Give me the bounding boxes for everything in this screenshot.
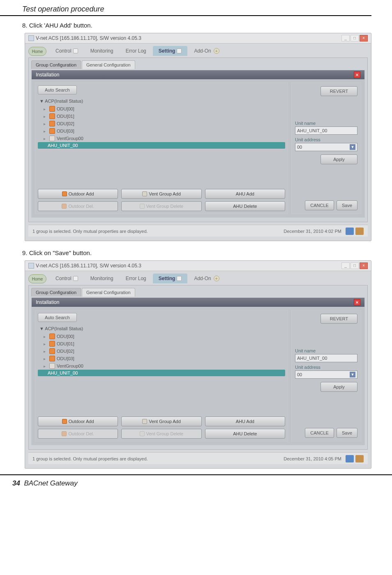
tree-item-odu01[interactable]: ▸ODU[01]: [38, 340, 285, 347]
tab-setting[interactable]: Setting: [153, 274, 188, 283]
chevron-down-icon: ▼: [350, 144, 355, 150]
close-button[interactable]: ×: [360, 262, 368, 269]
auto-search-button[interactable]: Auto Search: [38, 313, 77, 322]
tree-label: ODU[03]: [57, 356, 74, 361]
tree-root[interactable]: ▼ ACP(Install Status): [38, 325, 285, 332]
tree-item-ventgroup00[interactable]: ▸VentGroup00: [38, 135, 285, 142]
btn-label: Vent Group Add: [149, 191, 181, 196]
ahu-delete-button[interactable]: AHU Delete: [205, 429, 285, 439]
vent-group-add-button[interactable]: Vent Group Add: [121, 189, 201, 199]
subtab-group-config[interactable]: Group Configuration: [31, 60, 81, 69]
title-bar: V-net ACS [165.186.11.170], S/W version …: [25, 261, 371, 271]
ahu-delete-button[interactable]: AHU Delete: [205, 201, 285, 211]
tree-item-odu02[interactable]: ▸ODU[02]: [38, 347, 285, 355]
tree-label: AHU_UNIT_00: [48, 370, 78, 375]
maximize-button[interactable]: □: [350, 262, 359, 269]
save-button[interactable]: Save: [337, 428, 357, 438]
tree-item-odu03[interactable]: ▸ODU[03]: [38, 127, 285, 135]
cancle-button[interactable]: CANCLE: [305, 200, 334, 210]
status-datetime: December 31, 2010 4:02 PM: [284, 229, 341, 234]
outdoor-add-button[interactable]: Outdoor Add: [38, 189, 118, 199]
vent-group-delete-button[interactable]: Vent Group Delete: [121, 201, 201, 211]
unit-name-input[interactable]: AHU_UNIT_00: [295, 126, 357, 135]
apply-button[interactable]: Apply: [321, 382, 357, 392]
maximize-button[interactable]: □: [350, 35, 359, 41]
tree-item-odu00[interactable]: ▸ODU[00]: [38, 105, 285, 113]
odu-icon: [49, 113, 55, 119]
tree-item-odu01[interactable]: ▸ODU[01]: [38, 113, 285, 120]
tree-label: ODU[01]: [57, 341, 74, 346]
subtab-general-config[interactable]: General Configuration: [82, 60, 135, 69]
tree-root[interactable]: ▼ ACP(Install Status): [38, 98, 285, 104]
tab-setting[interactable]: Setting: [153, 46, 188, 56]
panel-close-icon[interactable]: ×: [354, 71, 360, 78]
unit-address-select[interactable]: 00▼: [295, 143, 357, 151]
tab-errorlog[interactable]: Error Log: [120, 274, 152, 283]
vent-group-add-button[interactable]: Vent Group Add: [121, 416, 201, 426]
tab-errorlog[interactable]: Error Log: [120, 46, 152, 56]
odu-icon: [49, 128, 55, 134]
odu-icon: [49, 356, 55, 361]
setting-icon: [177, 276, 182, 281]
expand-icon: ▸: [44, 122, 48, 126]
page-footer: 34 BACnet Gateway: [0, 474, 392, 493]
revert-button[interactable]: REVERT: [321, 86, 357, 96]
btn-label: Outdoor Del.: [68, 431, 94, 436]
btn-label: Outdoor Add: [69, 419, 94, 424]
vent-icon: [140, 204, 145, 209]
setting-icon: [177, 48, 182, 53]
tree-item-ventgroup00[interactable]: ▸VentGroup00: [38, 362, 285, 370]
addon-plus-icon: +: [214, 276, 219, 281]
window-title: V-net ACS [165.186.11.170], S/W version …: [36, 263, 141, 269]
btn-label: Vent Group Delete: [146, 431, 184, 436]
cancle-button[interactable]: CANCLE: [305, 428, 334, 438]
tree-item-odu00[interactable]: ▸ODU[00]: [38, 333, 285, 340]
tree-label: ODU[00]: [57, 334, 74, 339]
tab-addon[interactable]: Add-On+: [188, 46, 225, 56]
page-section-title: Test operation procedure: [0, 0, 371, 16]
step-8-text: 8. Click 'AHU Add' button.: [0, 19, 392, 31]
unit-address-select[interactable]: 00▼: [295, 370, 357, 379]
ahu-add-button[interactable]: AHU Add: [205, 416, 285, 426]
ahu-add-button[interactable]: AHU Add: [205, 189, 285, 199]
tree-item-odu02[interactable]: ▸ODU[02]: [38, 120, 285, 127]
panel-close-icon[interactable]: ×: [354, 299, 360, 306]
tab-monitoring[interactable]: Monitoring: [85, 46, 119, 56]
status-text: 1 group is selected. Only mutual propert…: [32, 456, 148, 461]
odu-icon: [62, 191, 67, 196]
tree-item-odu03[interactable]: ▸ODU[03]: [38, 355, 285, 362]
minimize-button[interactable]: _: [341, 35, 350, 41]
outdoor-del-button[interactable]: Outdoor Del.: [38, 429, 118, 439]
auto-search-button[interactable]: Auto Search: [38, 85, 77, 94]
footer-text: BACnet Gateway: [24, 479, 77, 487]
outdoor-add-button[interactable]: Outdoor Add: [38, 416, 118, 426]
unit-name-label: Unit name: [295, 348, 357, 353]
control-icon: [73, 48, 78, 53]
tree-item-ahu-unit-00[interactable]: AHU_UNIT_00: [38, 370, 285, 376]
tab-control[interactable]: Control: [50, 46, 84, 56]
odu-icon: [62, 431, 67, 436]
tab-addon[interactable]: Add-On+: [188, 274, 225, 283]
minimize-button[interactable]: _: [341, 262, 350, 269]
btn-label: AHU Delete: [233, 204, 257, 209]
select-value: 00: [297, 145, 302, 150]
unit-name-input[interactable]: AHU_UNIT_00: [295, 354, 357, 362]
vent-icon: [142, 419, 147, 424]
app-icon: [28, 263, 34, 269]
tab-label: Setting: [159, 48, 175, 54]
revert-button[interactable]: REVERT: [321, 314, 357, 324]
tab-control[interactable]: Control: [50, 274, 84, 283]
vent-group-delete-button[interactable]: Vent Group Delete: [121, 429, 201, 439]
home-button[interactable]: Home: [28, 47, 46, 56]
subtab-group-config[interactable]: Group Configuration: [31, 288, 81, 297]
installation-title: Installation: [36, 299, 59, 305]
odu-icon: [49, 106, 55, 112]
apply-button[interactable]: Apply: [321, 154, 357, 164]
home-button[interactable]: Home: [28, 274, 46, 283]
save-button[interactable]: Save: [337, 200, 357, 210]
outdoor-del-button[interactable]: Outdoor Del.: [38, 201, 118, 211]
tree-item-ahu-unit-00[interactable]: AHU_UNIT_00: [38, 142, 285, 149]
close-button[interactable]: ×: [360, 35, 368, 41]
subtab-general-config[interactable]: General Configuration: [82, 288, 135, 297]
tab-monitoring[interactable]: Monitoring: [85, 274, 119, 283]
